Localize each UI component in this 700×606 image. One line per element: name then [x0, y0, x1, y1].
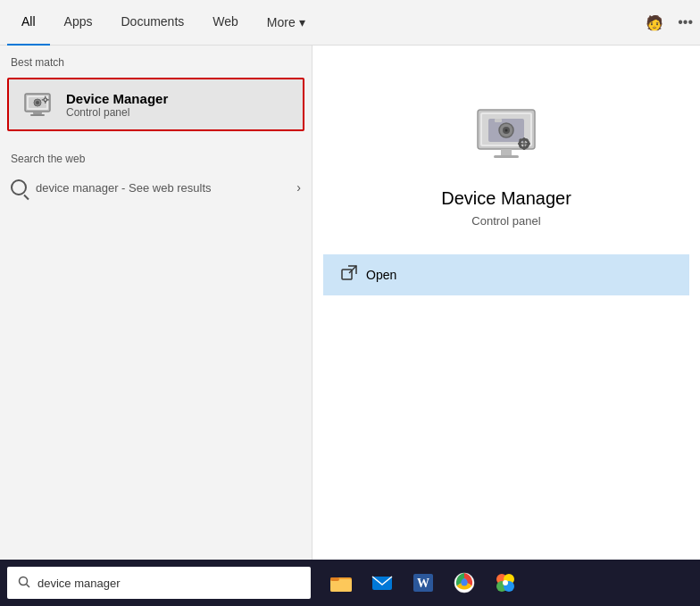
word-icon[interactable]: W	[404, 563, 443, 602]
taskbar-search-icon	[18, 576, 30, 591]
svg-point-49	[503, 580, 508, 585]
svg-rect-10	[42, 99, 44, 100]
search-web-section: Search the web device manager - See web …	[0, 142, 312, 204]
svg-point-34	[20, 577, 28, 585]
svg-text:W: W	[417, 577, 429, 590]
taskbar-search-text: device manager	[38, 577, 121, 590]
svg-rect-24	[523, 137, 526, 142]
open-label: Open	[366, 268, 396, 282]
svg-rect-37	[330, 579, 352, 592]
header-tabs: All Apps Documents Web More ▾ 🧑 •••	[0, 0, 700, 46]
taskbar-icons: W	[321, 563, 525, 602]
taskbar: device manager W	[0, 560, 700, 606]
open-icon	[341, 265, 357, 285]
search-web-text: device manager - See web results	[36, 181, 212, 195]
svg-rect-8	[45, 96, 46, 98]
chrome-icon[interactable]	[445, 563, 484, 602]
tab-more[interactable]: More ▾	[253, 0, 320, 46]
chevron-right-icon: ›	[296, 180, 301, 195]
svg-rect-5	[33, 112, 42, 114]
svg-line-35	[27, 584, 30, 587]
svg-rect-9	[45, 102, 46, 104]
best-match-title: Device Manager	[66, 91, 168, 106]
open-button[interactable]: Open	[323, 254, 689, 295]
svg-rect-19	[495, 119, 502, 122]
svg-rect-27	[526, 143, 530, 145]
file-explorer-icon[interactable]	[321, 563, 361, 602]
tab-apps[interactable]: Apps	[50, 0, 107, 46]
header-right: 🧑 •••	[646, 14, 693, 31]
search-icon	[11, 179, 27, 195]
best-match-text: Device Manager Control panel	[66, 91, 168, 119]
svg-point-44	[462, 580, 468, 586]
left-panel: Best match	[0, 46, 312, 560]
svg-point-4	[36, 101, 39, 104]
svg-rect-25	[523, 145, 526, 150]
svg-point-23	[522, 142, 526, 145]
person-icon[interactable]: 🧑	[646, 14, 663, 31]
paint-icon[interactable]	[486, 563, 525, 602]
device-manager-large-icon	[471, 99, 542, 170]
right-subtitle: Control panel	[471, 214, 540, 228]
right-title: Device Manager	[441, 188, 571, 209]
tab-all[interactable]: All	[7, 0, 50, 46]
svg-rect-38	[330, 577, 339, 581]
search-web-label: Search the web	[0, 142, 312, 170]
device-manager-small-icon	[20, 87, 55, 122]
best-match-subtitle: Control panel	[66, 106, 168, 119]
svg-rect-20	[501, 149, 512, 156]
svg-rect-11	[47, 99, 49, 100]
right-panel: Device Manager Control panel Open	[312, 46, 700, 560]
best-match-item[interactable]: Device Manager Control panel	[7, 78, 304, 131]
main-content: Best match	[0, 46, 700, 560]
tab-documents[interactable]: Documents	[106, 0, 198, 46]
svg-rect-6	[30, 114, 45, 116]
mail-icon[interactable]	[362, 563, 402, 602]
search-web-item[interactable]: device manager - See web results ›	[0, 170, 312, 204]
svg-rect-26	[518, 143, 522, 145]
tab-web[interactable]: Web	[198, 0, 253, 46]
svg-point-18	[505, 129, 508, 132]
best-match-label: Best match	[0, 46, 312, 74]
taskbar-search-bar[interactable]: device manager	[7, 567, 311, 599]
svg-rect-21	[494, 155, 519, 158]
ellipsis-icon[interactable]: •••	[678, 14, 693, 30]
chevron-down-icon: ▾	[299, 15, 305, 29]
